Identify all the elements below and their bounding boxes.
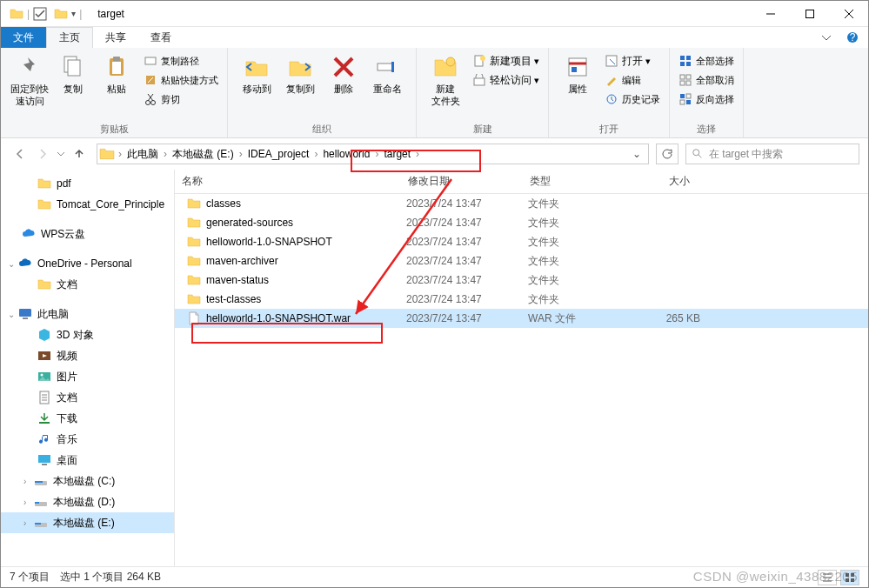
table-row[interactable]: test-classes2023/7/24 13:47文件夹 [175, 290, 868, 309]
tree-onedrive[interactable]: ⌄OneDrive - Personal [1, 253, 174, 274]
status-selection: 选中 1 个项目 264 KB [60, 570, 161, 585]
tree-3d[interactable]: 3D 对象 [1, 324, 174, 345]
tree-drive-d[interactable]: ›本地磁盘 (D:) [1, 491, 174, 512]
easyaccess-button[interactable]: 轻松访问 ▾ [471, 70, 541, 90]
folder-icon [187, 197, 201, 210]
file-date: 2023/7/24 13:47 [406, 217, 528, 229]
search-input[interactable]: 在 target 中搜索 [685, 144, 859, 164]
minimize-button[interactable] [751, 1, 790, 27]
tree-desktop[interactable]: 桌面 [1, 450, 174, 471]
newitem-button[interactable]: 新建项目 ▾ [471, 51, 541, 70]
col-date[interactable]: 修改日期 [401, 174, 523, 189]
tree-downloads[interactable]: 下载 [1, 408, 174, 429]
status-bar: 7 个项目 选中 1 个项目 264 KB [1, 566, 868, 587]
delete-button[interactable]: 删除 [322, 51, 365, 97]
svg-rect-5 [68, 60, 80, 76]
copy-path-button[interactable]: 复制路径 [142, 51, 220, 70]
newfolder-button[interactable]: 新建 文件夹 [424, 51, 467, 109]
tree-drive-e[interactable]: ›本地磁盘 (E:) [1, 512, 174, 533]
cut-button[interactable]: 剪切 [142, 90, 220, 109]
view-details-button[interactable] [818, 570, 837, 585]
desktop-icon [37, 453, 51, 467]
breadcrumb[interactable]: › 此电脑 › 本地磁盘 (E:) › IDEA_project › hello… [97, 144, 649, 164]
col-name[interactable]: 名称 [175, 174, 401, 189]
paste-button[interactable]: 粘贴 [95, 51, 138, 97]
chevron-right-icon[interactable]: › [237, 148, 244, 160]
table-row[interactable]: classes2023/7/24 13:47文件夹 [175, 194, 868, 213]
tree-videos[interactable]: 视频 [1, 345, 174, 366]
rename-button[interactable]: 重命名 [365, 51, 409, 97]
paste-shortcut-button[interactable]: 粘贴快捷方式 [142, 70, 220, 90]
tree-wps[interactable]: WPS云盘 [1, 224, 174, 244]
file-date: 2023/7/24 13:47 [406, 255, 528, 267]
history-button[interactable]: 历史记录 [603, 90, 662, 109]
breadcrumb-seg-2[interactable]: IDEA_project [244, 148, 313, 160]
tree-pictures[interactable]: 图片 [1, 366, 174, 387]
moveto-button[interactable]: 移动到 [235, 51, 278, 97]
chevron-right-icon[interactable]: › [162, 148, 169, 160]
chevron-right-icon[interactable]: › [117, 148, 124, 160]
table-row[interactable]: generated-sources2023/7/24 13:47文件夹 [175, 213, 868, 232]
tree-music[interactable]: 音乐 [1, 429, 174, 450]
tab-home[interactable]: 主页 [46, 27, 93, 48]
back-button[interactable] [10, 144, 30, 164]
minimize-ribbon-button[interactable] [816, 27, 837, 48]
chevron-right-icon[interactable]: › [312, 148, 319, 160]
svg-rect-26 [686, 62, 691, 66]
tab-file[interactable]: 文件 [1, 27, 46, 48]
breadcrumb-seg-0[interactable]: 此电脑 [124, 147, 162, 162]
file-date: 2023/7/24 13:47 [406, 274, 528, 286]
table-row[interactable]: maven-archiver2023/7/24 13:47文件夹 [175, 251, 868, 271]
tree-thispc[interactable]: ⌄此电脑 [1, 304, 174, 324]
edit-button[interactable]: 编辑 [603, 70, 662, 90]
invert-button[interactable]: 反向选择 [677, 90, 736, 109]
copy-button[interactable]: 复制 [51, 51, 95, 97]
refresh-button[interactable] [656, 144, 678, 164]
forward-button[interactable] [32, 144, 53, 164]
pin-button[interactable]: 固定到快 速访问 [8, 51, 51, 109]
tree-drive-c[interactable]: ›本地磁盘 (C:) [1, 471, 174, 491]
breadcrumb-seg-1[interactable]: 本地磁盘 (E:) [169, 147, 237, 162]
chevron-right-icon[interactable]: › [373, 148, 380, 160]
document-icon [37, 391, 51, 404]
folder-icon [37, 177, 51, 190]
tab-view[interactable]: 查看 [138, 27, 184, 48]
recent-button[interactable] [55, 144, 67, 164]
col-type[interactable]: 类型 [523, 174, 627, 189]
status-count: 7 个项目 [10, 570, 50, 585]
breadcrumb-seg-3[interactable]: helloworld [319, 148, 373, 160]
tree-quick-pdf[interactable]: pdf [1, 173, 174, 194]
tree-documents[interactable]: 文档 [1, 387, 174, 408]
svg-rect-9 [145, 57, 156, 64]
help-button[interactable]: ? [842, 27, 863, 48]
column-headers[interactable]: 名称 修改日期 类型 大小 [175, 170, 868, 194]
properties-button[interactable]: 属性 [556, 51, 599, 97]
copyto-button[interactable]: 复制到 [278, 51, 322, 97]
table-row[interactable]: helloworld-1.0-SNAPSHOT2023/7/24 13:47文件… [175, 232, 868, 251]
breadcrumb-seg-4[interactable]: target [380, 148, 414, 160]
file-date: 2023/7/24 13:47 [406, 293, 528, 305]
chevron-right-icon[interactable]: › [414, 148, 421, 160]
table-row[interactable]: helloworld-1.0-SNAPSHOT.war2023/7/24 13:… [175, 309, 868, 328]
view-icons-button[interactable] [840, 570, 859, 585]
table-row[interactable]: maven-status2023/7/24 13:47文件夹 [175, 271, 868, 290]
maximize-button[interactable] [790, 1, 829, 27]
group-open: 打开 [556, 121, 662, 136]
selectall-button[interactable]: 全部选择 [677, 51, 736, 70]
tab-share[interactable]: 共享 [93, 27, 138, 48]
folder-icon[interactable] [54, 7, 68, 21]
svg-rect-27 [680, 75, 685, 79]
selectnone-button[interactable]: 全部取消 [677, 70, 736, 90]
checkbox-icon[interactable] [33, 7, 47, 21]
up-button[interactable] [69, 144, 90, 164]
svg-rect-31 [680, 94, 685, 98]
tree-quick-tomcat[interactable]: Tomcat_Core_Principle [1, 194, 174, 215]
open-button[interactable]: 打开 ▾ [603, 51, 662, 70]
svg-rect-47 [35, 502, 39, 504]
col-size[interactable]: 大小 [627, 174, 697, 189]
breadcrumb-dropdown[interactable]: ⌄ [627, 148, 646, 160]
tree-onedrive-docs[interactable]: 文档 [1, 274, 174, 295]
close-button[interactable] [829, 1, 868, 27]
svg-point-15 [446, 57, 455, 66]
navigation-pane[interactable]: pdf Tomcat_Core_Principle WPS云盘 ⌄OneDriv… [1, 170, 175, 566]
